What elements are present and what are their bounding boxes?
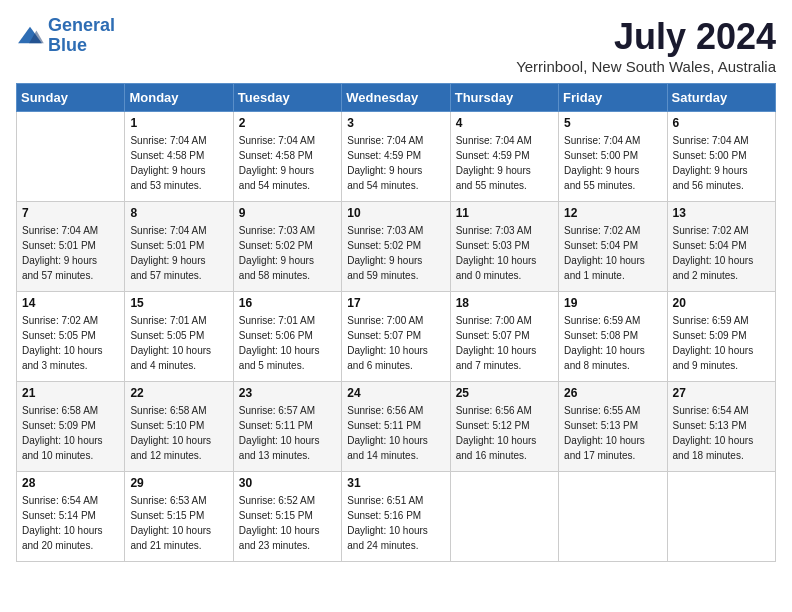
day-number: 30 (239, 476, 336, 490)
logo-icon (16, 25, 44, 47)
day-number: 14 (22, 296, 119, 310)
calendar-table: SundayMondayTuesdayWednesdayThursdayFrid… (16, 83, 776, 562)
day-info: Sunrise: 6:54 AMSunset: 5:13 PMDaylight:… (673, 403, 770, 463)
calendar-cell: 3Sunrise: 7:04 AMSunset: 4:59 PMDaylight… (342, 112, 450, 202)
month-title: July 2024 (516, 16, 776, 58)
day-number: 5 (564, 116, 661, 130)
calendar-cell: 21Sunrise: 6:58 AMSunset: 5:09 PMDayligh… (17, 382, 125, 472)
calendar-week-2: 7Sunrise: 7:04 AMSunset: 5:01 PMDaylight… (17, 202, 776, 292)
calendar-cell: 1Sunrise: 7:04 AMSunset: 4:58 PMDaylight… (125, 112, 233, 202)
calendar-cell: 25Sunrise: 6:56 AMSunset: 5:12 PMDayligh… (450, 382, 558, 472)
day-number: 6 (673, 116, 770, 130)
day-number: 2 (239, 116, 336, 130)
calendar-cell: 8Sunrise: 7:04 AMSunset: 5:01 PMDaylight… (125, 202, 233, 292)
calendar-header-row: SundayMondayTuesdayWednesdayThursdayFrid… (17, 84, 776, 112)
calendar-cell: 6Sunrise: 7:04 AMSunset: 5:00 PMDaylight… (667, 112, 775, 202)
day-info: Sunrise: 7:04 AMSunset: 5:01 PMDaylight:… (22, 223, 119, 283)
day-info: Sunrise: 7:02 AMSunset: 5:04 PMDaylight:… (564, 223, 661, 283)
day-info: Sunrise: 7:02 AMSunset: 5:04 PMDaylight:… (673, 223, 770, 283)
day-info: Sunrise: 7:04 AMSunset: 5:01 PMDaylight:… (130, 223, 227, 283)
day-info: Sunrise: 6:51 AMSunset: 5:16 PMDaylight:… (347, 493, 444, 553)
day-number: 16 (239, 296, 336, 310)
day-number: 23 (239, 386, 336, 400)
calendar-cell: 13Sunrise: 7:02 AMSunset: 5:04 PMDayligh… (667, 202, 775, 292)
day-number: 8 (130, 206, 227, 220)
logo: General Blue (16, 16, 115, 56)
title-block: July 2024 Yerrinbool, New South Wales, A… (516, 16, 776, 75)
day-number: 13 (673, 206, 770, 220)
day-info: Sunrise: 6:58 AMSunset: 5:09 PMDaylight:… (22, 403, 119, 463)
day-number: 3 (347, 116, 444, 130)
location-title: Yerrinbool, New South Wales, Australia (516, 58, 776, 75)
day-info: Sunrise: 7:01 AMSunset: 5:05 PMDaylight:… (130, 313, 227, 373)
calendar-cell: 7Sunrise: 7:04 AMSunset: 5:01 PMDaylight… (17, 202, 125, 292)
calendar-cell: 9Sunrise: 7:03 AMSunset: 5:02 PMDaylight… (233, 202, 341, 292)
calendar-cell: 22Sunrise: 6:58 AMSunset: 5:10 PMDayligh… (125, 382, 233, 472)
day-info: Sunrise: 6:52 AMSunset: 5:15 PMDaylight:… (239, 493, 336, 553)
calendar-cell (17, 112, 125, 202)
day-number: 4 (456, 116, 553, 130)
day-number: 27 (673, 386, 770, 400)
calendar-cell: 16Sunrise: 7:01 AMSunset: 5:06 PMDayligh… (233, 292, 341, 382)
calendar-week-5: 28Sunrise: 6:54 AMSunset: 5:14 PMDayligh… (17, 472, 776, 562)
day-number: 31 (347, 476, 444, 490)
day-info: Sunrise: 7:04 AMSunset: 5:00 PMDaylight:… (564, 133, 661, 193)
calendar-week-3: 14Sunrise: 7:02 AMSunset: 5:05 PMDayligh… (17, 292, 776, 382)
day-number: 1 (130, 116, 227, 130)
day-number: 19 (564, 296, 661, 310)
day-info: Sunrise: 7:03 AMSunset: 5:03 PMDaylight:… (456, 223, 553, 283)
calendar-cell: 4Sunrise: 7:04 AMSunset: 4:59 PMDaylight… (450, 112, 558, 202)
calendar-cell: 28Sunrise: 6:54 AMSunset: 5:14 PMDayligh… (17, 472, 125, 562)
col-header-wednesday: Wednesday (342, 84, 450, 112)
day-number: 18 (456, 296, 553, 310)
day-info: Sunrise: 7:04 AMSunset: 4:58 PMDaylight:… (130, 133, 227, 193)
calendar-cell: 31Sunrise: 6:51 AMSunset: 5:16 PMDayligh… (342, 472, 450, 562)
day-number: 12 (564, 206, 661, 220)
day-info: Sunrise: 6:54 AMSunset: 5:14 PMDaylight:… (22, 493, 119, 553)
calendar-cell (559, 472, 667, 562)
day-number: 21 (22, 386, 119, 400)
calendar-cell: 17Sunrise: 7:00 AMSunset: 5:07 PMDayligh… (342, 292, 450, 382)
day-info: Sunrise: 7:01 AMSunset: 5:06 PMDaylight:… (239, 313, 336, 373)
calendar-cell: 11Sunrise: 7:03 AMSunset: 5:03 PMDayligh… (450, 202, 558, 292)
calendar-cell: 26Sunrise: 6:55 AMSunset: 5:13 PMDayligh… (559, 382, 667, 472)
day-info: Sunrise: 6:56 AMSunset: 5:11 PMDaylight:… (347, 403, 444, 463)
calendar-cell (450, 472, 558, 562)
calendar-week-1: 1Sunrise: 7:04 AMSunset: 4:58 PMDaylight… (17, 112, 776, 202)
calendar-cell: 10Sunrise: 7:03 AMSunset: 5:02 PMDayligh… (342, 202, 450, 292)
calendar-body: 1Sunrise: 7:04 AMSunset: 4:58 PMDaylight… (17, 112, 776, 562)
day-info: Sunrise: 6:58 AMSunset: 5:10 PMDaylight:… (130, 403, 227, 463)
day-info: Sunrise: 6:55 AMSunset: 5:13 PMDaylight:… (564, 403, 661, 463)
day-info: Sunrise: 7:03 AMSunset: 5:02 PMDaylight:… (347, 223, 444, 283)
col-header-thursday: Thursday (450, 84, 558, 112)
day-info: Sunrise: 6:56 AMSunset: 5:12 PMDaylight:… (456, 403, 553, 463)
logo-text: General Blue (48, 16, 115, 56)
day-number: 10 (347, 206, 444, 220)
page-header: General Blue July 2024 Yerrinbool, New S… (16, 16, 776, 75)
day-number: 20 (673, 296, 770, 310)
calendar-cell: 30Sunrise: 6:52 AMSunset: 5:15 PMDayligh… (233, 472, 341, 562)
calendar-cell (667, 472, 775, 562)
day-info: Sunrise: 7:04 AMSunset: 5:00 PMDaylight:… (673, 133, 770, 193)
calendar-cell: 19Sunrise: 6:59 AMSunset: 5:08 PMDayligh… (559, 292, 667, 382)
day-number: 11 (456, 206, 553, 220)
calendar-cell: 29Sunrise: 6:53 AMSunset: 5:15 PMDayligh… (125, 472, 233, 562)
day-number: 24 (347, 386, 444, 400)
day-number: 7 (22, 206, 119, 220)
day-info: Sunrise: 6:57 AMSunset: 5:11 PMDaylight:… (239, 403, 336, 463)
calendar-week-4: 21Sunrise: 6:58 AMSunset: 5:09 PMDayligh… (17, 382, 776, 472)
day-number: 25 (456, 386, 553, 400)
calendar-cell: 27Sunrise: 6:54 AMSunset: 5:13 PMDayligh… (667, 382, 775, 472)
day-info: Sunrise: 7:04 AMSunset: 4:59 PMDaylight:… (347, 133, 444, 193)
day-info: Sunrise: 6:59 AMSunset: 5:08 PMDaylight:… (564, 313, 661, 373)
day-info: Sunrise: 7:03 AMSunset: 5:02 PMDaylight:… (239, 223, 336, 283)
day-info: Sunrise: 6:53 AMSunset: 5:15 PMDaylight:… (130, 493, 227, 553)
calendar-cell: 23Sunrise: 6:57 AMSunset: 5:11 PMDayligh… (233, 382, 341, 472)
day-info: Sunrise: 6:59 AMSunset: 5:09 PMDaylight:… (673, 313, 770, 373)
day-number: 17 (347, 296, 444, 310)
day-info: Sunrise: 7:04 AMSunset: 4:59 PMDaylight:… (456, 133, 553, 193)
calendar-cell: 18Sunrise: 7:00 AMSunset: 5:07 PMDayligh… (450, 292, 558, 382)
calendar-cell: 15Sunrise: 7:01 AMSunset: 5:05 PMDayligh… (125, 292, 233, 382)
calendar-cell: 5Sunrise: 7:04 AMSunset: 5:00 PMDaylight… (559, 112, 667, 202)
col-header-friday: Friday (559, 84, 667, 112)
